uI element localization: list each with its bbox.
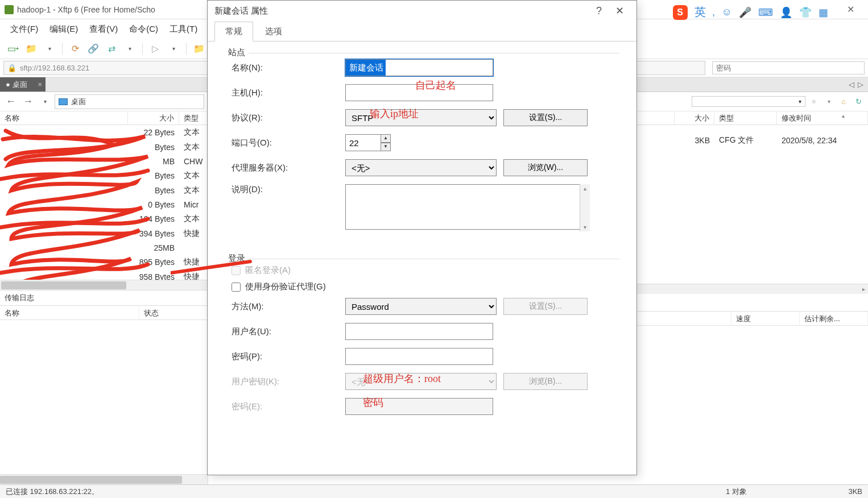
dialog-close-button[interactable]: ✕ xyxy=(609,5,630,17)
protocol-settings-button[interactable]: 设置(S)... xyxy=(503,109,588,126)
sogou-logo-icon[interactable]: S xyxy=(673,5,688,20)
ime-punct-icon[interactable]: ‚ xyxy=(713,6,715,18)
reconnect-icon[interactable]: ⟳ xyxy=(68,42,82,56)
toolbar-dropdown3-icon[interactable]: ▾ xyxy=(166,42,181,56)
list-item[interactable]: Bytes文本 xyxy=(0,140,208,155)
protocol-label: 协议(R): xyxy=(232,113,345,123)
log-col-speed[interactable]: 速度 xyxy=(731,312,800,325)
method-select[interactable]: Password xyxy=(345,298,497,315)
ime-emoji-icon[interactable]: ☺ xyxy=(722,6,732,18)
transfer-log-label: 传输日志 xyxy=(0,290,208,305)
tab-scroll-left-icon[interactable]: ◁ xyxy=(849,80,854,89)
tab-close-icon[interactable]: × xyxy=(38,80,42,89)
log-col-eta[interactable]: 估计剩余... xyxy=(800,312,868,325)
list-item[interactable]: 22 Bytes文本 xyxy=(0,125,208,140)
list-item[interactable]: 394 Bytes快捷 xyxy=(0,226,208,241)
left-pane: ← → ▾ 桌面 名称 大小 类型 22 Bytes文本 Bytes文本 MBC… xyxy=(0,92,208,484)
ime-keyboard-icon[interactable]: ⌨ xyxy=(758,6,773,19)
ime-voice-icon[interactable]: 🎤 xyxy=(739,6,751,19)
left-path-text: 桌面 xyxy=(71,97,86,107)
textarea-scrollbar[interactable]: ▴ ▾ xyxy=(580,184,590,231)
password-input[interactable] xyxy=(712,61,865,74)
key-label: 用户密钥(K): xyxy=(232,376,345,387)
tab-options[interactable]: 选项 xyxy=(254,22,293,42)
proxy-label: 代理服务器(X): xyxy=(232,163,345,173)
dialog-tabs: 常规 选项 xyxy=(208,21,636,42)
toolbar-dropdown-icon[interactable]: ▾ xyxy=(42,42,57,56)
login-legend: 登录 xyxy=(225,253,249,264)
list-item[interactable]: 958 Bytes快捷 xyxy=(0,269,208,280)
left-scrollbar-h[interactable] xyxy=(0,280,208,290)
play-icon[interactable]: ▷ xyxy=(148,42,163,56)
left-list-body: 22 Bytes文本 Bytes文本 MBCHW Bytes文本 Bytes文本… xyxy=(0,125,208,280)
col-type[interactable]: 类型 xyxy=(179,111,208,125)
link-icon[interactable]: 🔗 xyxy=(86,42,101,56)
tab-desktop[interactable]: ● 桌面 × xyxy=(0,77,46,92)
log-col-status[interactable]: 状态 xyxy=(139,306,208,319)
tab-general[interactable]: 常规 xyxy=(214,22,253,42)
home-icon[interactable]: ⌂ xyxy=(837,96,850,108)
address-text: sftp://192.168.63.221 xyxy=(20,64,89,72)
agent-checkbox[interactable] xyxy=(232,283,241,292)
dialog-titlebar: 新建会话 属性 ? ✕ xyxy=(208,1,636,21)
user-input[interactable] xyxy=(345,323,493,340)
list-item[interactable]: 25MB xyxy=(0,241,208,255)
col-size[interactable]: 大小 xyxy=(128,111,179,125)
dialog-help-button[interactable]: ? xyxy=(589,5,609,17)
login-group: 登录 匿名登录(A) 使用身份验证代理(G) 方法(M): Password xyxy=(225,259,619,429)
password-field[interactable] xyxy=(345,348,493,365)
new-folder-icon[interactable]: 📁 xyxy=(192,42,206,56)
window-controls: ✕ xyxy=(837,0,863,19)
port-spin-down-icon[interactable]: ▼ xyxy=(381,143,391,151)
site-group: 站点 名称(N): 主机(H): 协议(R): xyxy=(225,53,619,245)
list-item[interactable]: MBCHW xyxy=(0,155,208,168)
host-input[interactable] xyxy=(345,84,493,101)
left-path-box[interactable]: 桌面 xyxy=(55,94,204,109)
list-item[interactable]: 0 BytesMicr xyxy=(0,198,208,211)
agent-checkbox-row[interactable]: 使用身份验证代理(G) xyxy=(232,281,619,292)
name-input[interactable] xyxy=(345,59,493,76)
list-item[interactable]: Bytes文本 xyxy=(0,183,208,198)
toolbar-dropdown2-icon[interactable]: ▾ xyxy=(122,42,137,56)
col-name[interactable]: 名称 xyxy=(0,111,128,125)
proxy-browse-button[interactable]: 浏览(W)... xyxy=(503,159,588,176)
menu-view[interactable]: 查看(V) xyxy=(85,22,122,37)
refresh-icon[interactable]: ↻ xyxy=(852,96,865,108)
nav-back-icon[interactable]: ← xyxy=(3,94,18,109)
ime-toolbar: S 英 ‚ ☺ 🎤 ⌨ 👤 👕 ▦ xyxy=(673,5,828,20)
ime-lang[interactable]: 英 xyxy=(695,5,706,20)
open-folder-icon[interactable]: 📁 xyxy=(24,42,39,56)
list-item[interactable]: 895 Bytes快捷 xyxy=(0,255,208,269)
col-date-right[interactable]: 修改时间 ▴ xyxy=(777,111,868,125)
col-size-right[interactable]: 大小 xyxy=(675,111,714,125)
port-spin-up-icon[interactable]: ▲ xyxy=(381,134,391,143)
session-properties-dialog: 新建会话 属性 ? ✕ 常规 选项 站点 名称(N): 主机(H): xyxy=(207,0,637,475)
bookmark-icon[interactable]: ★ xyxy=(808,96,820,108)
app-icon xyxy=(5,5,14,14)
port-label: 端口号(O): xyxy=(232,138,345,148)
ime-skin-icon[interactable]: 👕 xyxy=(799,6,812,19)
proxy-select[interactable]: <无> xyxy=(345,159,497,176)
desc-textarea[interactable] xyxy=(345,184,590,230)
log-col-name[interactable]: 名称 xyxy=(0,306,139,319)
log-scrollbar[interactable] xyxy=(0,474,208,484)
ime-user-icon[interactable]: 👤 xyxy=(780,6,792,19)
new-session-icon[interactable]: ▭+ xyxy=(6,42,20,56)
menu-file[interactable]: 文件(F) xyxy=(6,22,43,37)
col-type-right[interactable]: 类型 xyxy=(714,111,777,125)
window-close-button[interactable]: ✕ xyxy=(837,0,863,19)
dropdown-icon[interactable]: ▾ xyxy=(822,96,835,108)
right-path-dropdown[interactable]: ▾ xyxy=(692,96,805,107)
menu-command[interactable]: 命令(C) xyxy=(125,22,163,37)
list-item[interactable]: Bytes文本 xyxy=(0,168,208,183)
nav-fwd-icon[interactable]: → xyxy=(20,94,35,109)
nav-up-icon[interactable]: ▾ xyxy=(38,94,52,109)
lock-icon: 🔒 xyxy=(7,64,16,72)
sync-icon[interactable]: ⇄ xyxy=(104,42,119,56)
menu-tools[interactable]: 工具(T) xyxy=(165,22,202,37)
list-item[interactable]: 164 Bytes文本 xyxy=(0,211,208,226)
tab-scroll-right-icon[interactable]: ▷ xyxy=(858,80,863,89)
ime-grid-icon[interactable]: ▦ xyxy=(819,6,828,19)
menu-edit[interactable]: 编辑(E) xyxy=(45,22,82,37)
protocol-select[interactable]: SFTP xyxy=(345,109,497,126)
